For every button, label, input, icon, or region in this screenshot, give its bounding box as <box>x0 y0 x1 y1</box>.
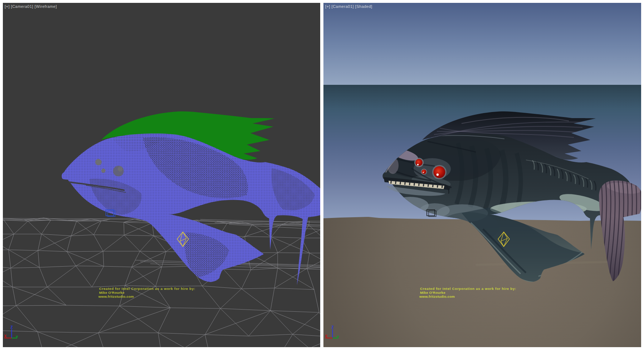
svg-text:Created for Intel Corporation: Created for Intel Corporation as a work … <box>99 287 195 291</box>
svg-text:Mike O'Rourke: Mike O'Rourke <box>99 291 125 295</box>
svg-text:[+] [Camera01] [Shaded]: [+] [Camera01] [Shaded] <box>325 4 372 9</box>
svg-text:Created for Intel Corporation: Created for Intel Corporation as a work … <box>420 287 516 291</box>
svg-text:X: X <box>325 334 328 338</box>
svg-text:y: y <box>16 335 18 339</box>
svg-text:y: y <box>337 335 339 339</box>
svg-text:[+] [Camera01] [Wireframe]: [+] [Camera01] [Wireframe] <box>5 4 57 9</box>
svg-text:www.fritzstudio.com: www.fritzstudio.com <box>98 295 134 298</box>
svg-text:Z: Z <box>332 325 334 329</box>
svg-text:www.fritzstudio.com: www.fritzstudio.com <box>419 295 455 298</box>
svg-text:Z: Z <box>11 325 13 329</box>
svg-text:Mike O'Rourke: Mike O'Rourke <box>420 291 445 295</box>
svg-text:X: X <box>4 334 7 338</box>
